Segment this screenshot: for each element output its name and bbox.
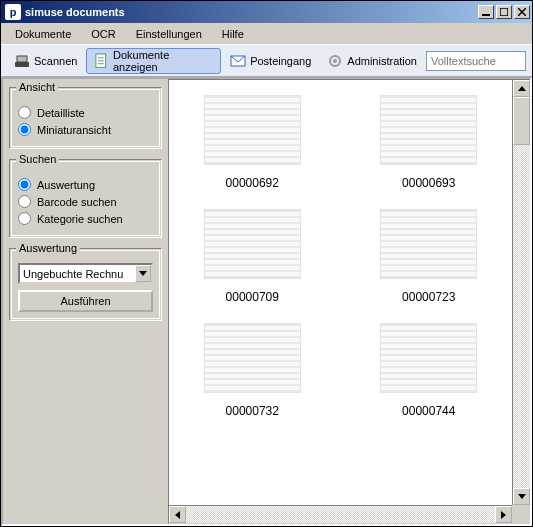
- toolbar-inbox[interactable]: Posteingang: [223, 48, 318, 74]
- fulltext-search-input[interactable]: [426, 51, 526, 71]
- scanner-icon: [14, 53, 30, 69]
- toolbar-administration[interactable]: Administration: [320, 48, 424, 74]
- radio-detail-list[interactable]: Detailliste: [18, 106, 153, 119]
- document-thumbnail[interactable]: 00000732: [179, 318, 326, 418]
- scroll-thumb-vertical[interactable]: [513, 97, 530, 145]
- chevron-down-icon: [135, 265, 151, 282]
- title-bar: p simuse documents: [1, 1, 532, 23]
- app-icon: p: [5, 4, 21, 20]
- toolbar: Scannen Dokumente anzeigen Posteingang A…: [1, 45, 532, 77]
- thumbnail-grid: 00000692 00000693 00000709 00000723 0000…: [169, 80, 512, 505]
- horizontal-scrollbar[interactable]: [169, 505, 512, 523]
- minimize-button[interactable]: [478, 5, 494, 19]
- evaluation-select[interactable]: Ungebuchte Rechnu: [18, 263, 153, 284]
- window-title: simuse documents: [25, 6, 476, 18]
- thumbnail-image: [197, 90, 307, 170]
- execute-button[interactable]: Ausführen: [18, 290, 153, 312]
- menu-ocr[interactable]: OCR: [81, 25, 125, 43]
- radio-barcode-search-input[interactable]: [18, 195, 31, 208]
- thumbnail-label: 00000732: [226, 404, 279, 418]
- radio-barcode-search-label: Barcode suchen: [37, 196, 117, 208]
- menu-einstellungen[interactable]: Einstellungen: [126, 25, 212, 43]
- document-thumbnail[interactable]: 00000723: [356, 204, 503, 304]
- toolbar-scan-label: Scannen: [34, 55, 77, 67]
- document-thumbnail[interactable]: 00000709: [179, 204, 326, 304]
- menu-dokumente[interactable]: Dokumente: [5, 25, 81, 43]
- view-legend: Ansicht: [16, 81, 58, 93]
- window-controls: [476, 5, 530, 19]
- thumbnail-label: 00000744: [402, 404, 455, 418]
- scroll-right-button[interactable]: [495, 506, 512, 523]
- toolbar-administration-label: Administration: [347, 55, 417, 67]
- radio-thumbnail-view-label: Miniaturansicht: [37, 124, 111, 136]
- radio-category-search-label: Kategorie suchen: [37, 213, 123, 225]
- envelope-icon: [230, 53, 246, 69]
- document-thumbnail[interactable]: 00000693: [356, 90, 503, 190]
- scroll-track-horizontal[interactable]: [186, 506, 495, 523]
- radio-evaluation-label: Auswertung: [37, 179, 95, 191]
- thumbnail-image: [374, 90, 484, 170]
- scroll-up-button[interactable]: [513, 80, 530, 97]
- app-window: p simuse documents Dokumente OCR Einstel…: [0, 0, 533, 527]
- thumbnail-image: [374, 318, 484, 398]
- toolbar-inbox-label: Posteingang: [250, 55, 311, 67]
- body-area: Ansicht Detailliste Miniaturansicht Such…: [1, 77, 532, 526]
- radio-thumbnail-view-input[interactable]: [18, 123, 31, 136]
- radio-evaluation[interactable]: Auswertung: [18, 178, 153, 191]
- evaluation-groupbox: Auswertung Ungebuchte Rechnu Ausführen: [9, 248, 162, 321]
- svg-rect-5: [17, 56, 27, 62]
- scroll-down-button[interactable]: [513, 488, 530, 505]
- sidebar: Ansicht Detailliste Miniaturansicht Such…: [3, 79, 168, 524]
- svg-rect-0: [482, 14, 490, 16]
- search-groupbox: Suchen Auswertung Barcode suchen Kategor…: [9, 159, 162, 238]
- radio-category-search-input[interactable]: [18, 212, 31, 225]
- toolbar-scan[interactable]: Scannen: [7, 48, 84, 74]
- scroll-track-vertical[interactable]: [513, 97, 530, 488]
- thumbnail-image: [197, 204, 307, 284]
- toolbar-show-documents[interactable]: Dokumente anzeigen: [86, 48, 221, 74]
- evaluation-legend: Auswertung: [16, 242, 80, 254]
- radio-barcode-search[interactable]: Barcode suchen: [18, 195, 153, 208]
- document-thumbnail[interactable]: 00000744: [356, 318, 503, 418]
- thumbnail-label: 00000692: [226, 176, 279, 190]
- content-pane: 00000692 00000693 00000709 00000723 0000…: [168, 79, 530, 524]
- thumbnail-label: 00000693: [402, 176, 455, 190]
- thumbnail-image: [374, 204, 484, 284]
- radio-detail-list-label: Detailliste: [37, 107, 85, 119]
- menu-hilfe[interactable]: Hilfe: [212, 25, 254, 43]
- radio-thumbnail-view[interactable]: Miniaturansicht: [18, 123, 153, 136]
- view-groupbox: Ansicht Detailliste Miniaturansicht: [9, 87, 162, 149]
- svg-point-12: [333, 59, 337, 63]
- document-thumbnail[interactable]: 00000692: [179, 90, 326, 190]
- menu-bar: Dokumente OCR Einstellungen Hilfe: [1, 23, 532, 45]
- evaluation-select-value: Ungebuchte Rechnu: [20, 268, 135, 280]
- svg-rect-1: [500, 8, 508, 16]
- radio-evaluation-input[interactable]: [18, 178, 31, 191]
- maximize-button[interactable]: [496, 5, 512, 19]
- radio-category-search[interactable]: Kategorie suchen: [18, 212, 153, 225]
- scroll-corner: [512, 505, 530, 523]
- document-icon: [93, 53, 109, 69]
- vertical-scrollbar[interactable]: [512, 80, 530, 505]
- radio-detail-list-input[interactable]: [18, 106, 31, 119]
- search-legend: Suchen: [16, 153, 59, 165]
- thumbnail-label: 00000709: [226, 290, 279, 304]
- close-button[interactable]: [514, 5, 530, 19]
- toolbar-show-documents-label: Dokumente anzeigen: [113, 49, 214, 73]
- gear-icon: [327, 53, 343, 69]
- thumbnail-label: 00000723: [402, 290, 455, 304]
- svg-rect-4: [15, 62, 29, 67]
- thumbnail-image: [197, 318, 307, 398]
- scroll-left-button[interactable]: [169, 506, 186, 523]
- execute-button-label: Ausführen: [60, 295, 110, 307]
